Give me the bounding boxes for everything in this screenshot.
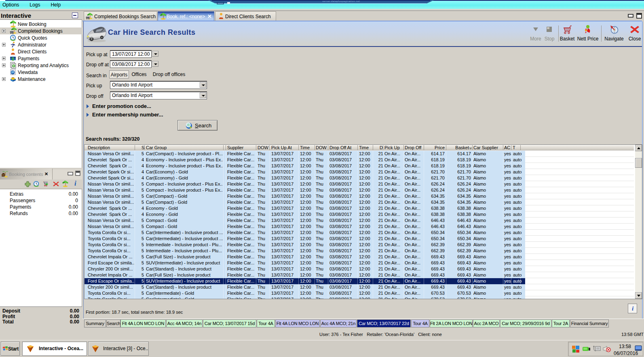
svg-text:$: $ bbox=[12, 57, 14, 61]
